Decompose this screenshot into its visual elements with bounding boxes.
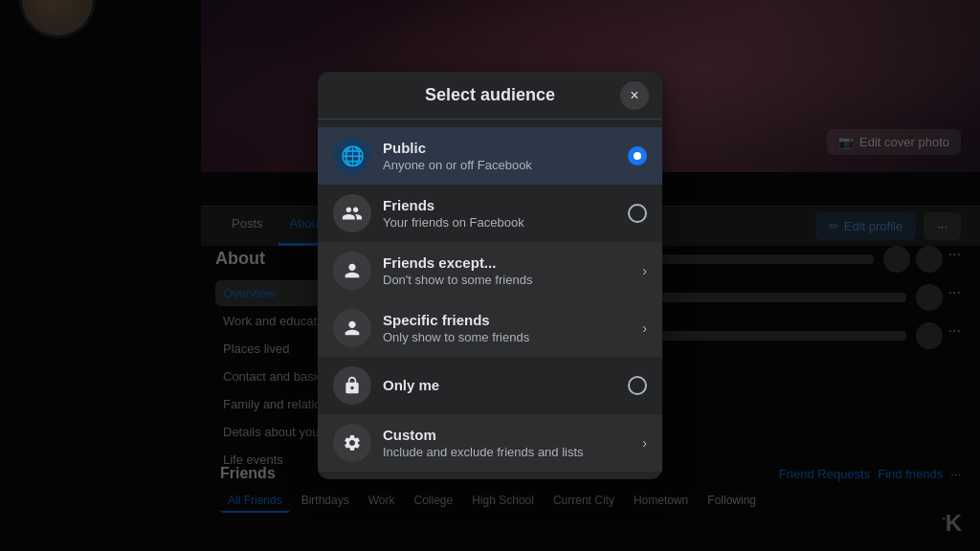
audience-option-public[interactable]: 🌐 Public Anyone on or off Facebook — [318, 127, 662, 185]
modal-close-button[interactable]: × — [620, 81, 649, 110]
audience-option-friends-except[interactable]: Friends except... Don't show to some fri… — [318, 242, 662, 299]
option-text-friends: Friends Your friends on Facebook — [383, 197, 628, 230]
select-audience-modal: Select audience × 🌐 Public Anyone on or … — [318, 72, 662, 479]
option-text-public: Public Anyone on or off Facebook — [383, 140, 628, 172]
modal-header: Select audience × — [318, 72, 662, 120]
gear-icon — [333, 424, 371, 462]
chevron-right-icon: › — [642, 263, 647, 278]
modal-overlay: Select audience × 🌐 Public Anyone on or … — [0, 0, 980, 551]
option-text-friends-except: Friends except... Don't show to some fri… — [383, 254, 638, 287]
option-text-specific-friends: Specific friends Only show to some frien… — [383, 312, 638, 344]
chevron-right-icon: › — [642, 320, 647, 336]
option-text-only-me: Only me — [383, 377, 628, 395]
globe-icon: 🌐 — [333, 137, 371, 175]
friends-except-icon — [333, 252, 371, 290]
lock-icon — [333, 366, 371, 405]
radio-public — [628, 146, 647, 165]
audience-option-only-me[interactable]: Only me — [318, 357, 662, 414]
audience-option-friends[interactable]: Friends Your friends on Facebook — [318, 185, 662, 242]
modal-body: 🌐 Public Anyone on or off Facebook Fri — [318, 120, 662, 479]
chevron-right-icon: › — [642, 435, 647, 451]
specific-friends-icon — [333, 309, 371, 347]
friends-icon — [333, 194, 371, 232]
option-text-custom: Custom Include and exclude friends and l… — [383, 427, 638, 459]
radio-only-me — [628, 376, 647, 395]
audience-option-custom[interactable]: Custom Include and exclude friends and l… — [318, 414, 662, 472]
radio-friends — [628, 204, 647, 223]
audience-option-specific-friends[interactable]: Specific friends Only show to some frien… — [318, 299, 662, 357]
modal-title: Select audience — [425, 85, 555, 105]
